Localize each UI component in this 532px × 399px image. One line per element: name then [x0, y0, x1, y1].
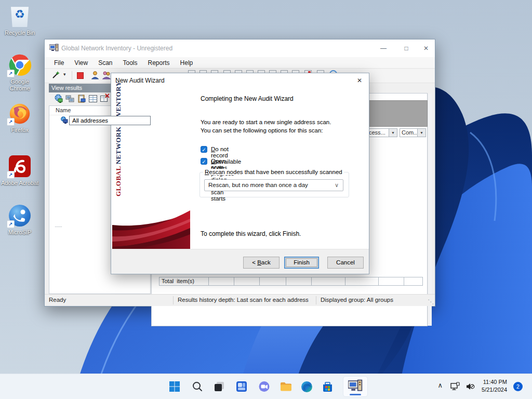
wizard-dropdown-caret[interactable]: ▾ [63, 72, 66, 77]
desktop: ♻ Recycle Bin ↗ Google Chrome [0, 0, 532, 399]
chevron-down-icon[interactable]: ∨ [335, 180, 339, 191]
resize-grip[interactable]: ⋱ [428, 298, 434, 305]
desktop-icon-label: Recycle Bin [0, 30, 39, 36]
tray-chevron-up-icon[interactable]: ∧ [437, 381, 443, 389]
delete-results-icon[interactable]: ✕ [100, 94, 109, 103]
status-history-depth: Results history depth: Last scan for eac… [178, 297, 309, 303]
app-icon [49, 44, 59, 53]
clipboard-icon[interactable] [77, 94, 86, 103]
new-audit-wizard-dialog: New Audit Wizard ✕ GLOBAL NETWORK INVENT… [111, 73, 369, 274]
desktop-icon-label: Firefox [0, 127, 39, 134]
cancel-button[interactable]: Cancel [327, 257, 364, 269]
back-button[interactable]: < Back [243, 257, 280, 269]
menu-bar: File View Scan Tools Reports Help [45, 57, 435, 69]
rescan-group-label: Rescan nodes that have been successfully… [203, 169, 344, 175]
checkbox-checked-icon[interactable]: ✓ [201, 158, 207, 165]
window-titlebar[interactable]: Global Network Inventory - Unregistered … [45, 39, 435, 57]
grid-view-icon[interactable] [88, 94, 98, 103]
chrome-icon: ↗ [8, 53, 32, 77]
totals-cell [378, 277, 404, 286]
taskbar-gni-app-button[interactable] [343, 376, 368, 397]
rescan-dropdown-value: Rescan, but no more than once a day [208, 182, 308, 188]
desktop-icon-adobe-acrobat[interactable]: ↗ Adobe Acrobat [0, 154, 39, 187]
edge-icon [300, 380, 313, 393]
close-button[interactable]: ✕ [420, 43, 432, 54]
chat-button[interactable] [257, 379, 271, 394]
active-app-indicator [350, 394, 361, 395]
dropdown-arrow-icon[interactable]: ▼ [389, 129, 397, 137]
brand-swoosh-image [112, 198, 190, 250]
menu-view[interactable]: View [69, 58, 93, 68]
menu-reports[interactable]: Reports [143, 58, 175, 68]
dialog-close-icon[interactable]: ✕ [355, 76, 364, 85]
maximize-button[interactable]: □ [401, 43, 412, 54]
dialog-titlebar[interactable]: New Audit Wizard ✕ [111, 73, 369, 88]
task-view-button[interactable] [212, 379, 227, 394]
totals-label: Total item(s) [159, 277, 209, 286]
rescan-dropdown[interactable]: Rescan, but no more than once a day ∨ [204, 179, 343, 191]
shortcut-arrow-icon: ↗ [7, 220, 15, 228]
wizard-intro-line1: You are ready to start a new single addr… [201, 119, 331, 125]
users-icon[interactable] [102, 71, 111, 80]
status-bar: Ready Results history depth: Last scan f… [45, 294, 435, 306]
totals-cell [259, 277, 286, 286]
search-button[interactable] [190, 379, 205, 394]
microsoft-store-button[interactable] [320, 379, 335, 394]
edge-button[interactable] [299, 379, 314, 394]
totals-row: Total item(s) [159, 277, 427, 287]
store-icon [321, 380, 334, 393]
menu-tools[interactable]: Tools [118, 58, 143, 68]
desktop-icon-google-chrome[interactable]: ↗ Google Chrome [0, 53, 39, 92]
menu-file[interactable]: File [49, 58, 69, 68]
totals-cell [234, 277, 260, 286]
column-filter-process[interactable]: cess... ▼ [367, 128, 397, 137]
menu-scan[interactable]: Scan [93, 58, 117, 68]
stop-scan-icon[interactable] [77, 72, 84, 79]
user-icon[interactable] [90, 71, 100, 80]
totals-cell [208, 277, 234, 286]
minimize-button[interactable]: — [378, 43, 389, 54]
brand-vertical-text: GLOBAL NETWORK INVENTORY [114, 93, 123, 196]
dialog-button-bar: < Back Finish Cancel [111, 249, 369, 274]
status-displayed-group: Displayed group: All groups [321, 297, 393, 303]
desktop-icon-firefox[interactable]: ↗ Firefox [0, 101, 39, 134]
totals-cell [311, 277, 345, 286]
volume-muted-icon[interactable] [466, 382, 475, 391]
dialog-title: New Audit Wizard [115, 77, 165, 84]
windows-logo-icon [168, 380, 181, 393]
notification-badge[interactable]: 2 [513, 382, 523, 391]
start-button[interactable] [167, 379, 182, 394]
file-explorer-button[interactable] [278, 379, 293, 394]
vertical-scrollbar[interactable] [428, 94, 432, 326]
gni-app-icon [348, 379, 363, 394]
column-filter-com[interactable]: Com... ▼ [400, 128, 426, 137]
network-tray-icon[interactable] [450, 382, 460, 391]
search-icon [192, 381, 203, 392]
clock-date: 5/21/2024 [482, 386, 507, 394]
desktop-icon-label: MicroSIP [0, 229, 39, 236]
microsip-icon: ↗ [8, 204, 32, 228]
address-node-icon [61, 116, 68, 124]
scan-address-icon[interactable] [54, 94, 63, 103]
checkbox-checked-icon[interactable]: ✓ [201, 146, 207, 153]
finish-button[interactable]: Finish [284, 257, 319, 269]
dropdown-arrow-icon[interactable]: ▼ [417, 129, 425, 137]
recycle-bin-icon: ♻ [8, 4, 32, 28]
firefox-icon: ↗ [8, 101, 32, 125]
desktop-icon-recycle-bin[interactable]: ♻ Recycle Bin [0, 4, 39, 36]
clock-time: 11:40 PM [482, 378, 507, 386]
desktop-icon-label: Adobe Acrobat [0, 180, 39, 187]
status-ready: Ready [49, 297, 66, 303]
menu-help[interactable]: Help [175, 58, 198, 68]
totals-cell [286, 277, 312, 286]
wizard-note: To complete this wizard, click Finish. [201, 230, 301, 237]
totals-cell [404, 277, 423, 286]
computers-icon[interactable] [65, 94, 75, 103]
taskbar-clock[interactable]: 11:40 PM 5/21/2024 [482, 378, 507, 394]
scan-wizard-icon[interactable] [51, 71, 60, 80]
desktop-icon-microsip[interactable]: ↗ MicroSIP [0, 204, 39, 236]
widgets-button[interactable] [234, 379, 249, 394]
window-title: Global Network Inventory - Unregistered [61, 45, 172, 52]
tree-node-all-addresses[interactable]: All addresses [69, 116, 151, 125]
totals-cell [345, 277, 379, 286]
